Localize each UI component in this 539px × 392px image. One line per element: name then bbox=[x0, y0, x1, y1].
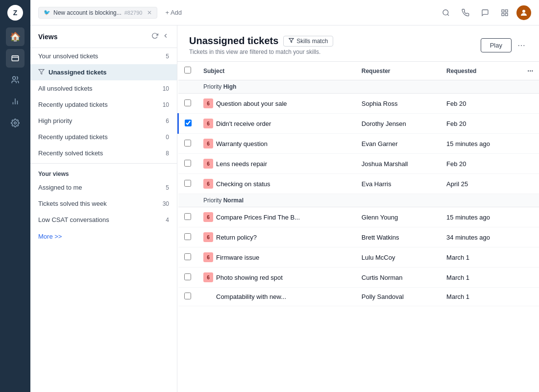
collapse-icon[interactable] bbox=[162, 32, 169, 41]
sidebar-label-assigned-to-me: Assigned to me bbox=[38, 184, 82, 191]
sidebar-count-recently-updated-1: 10 bbox=[163, 101, 169, 108]
row-checkbox[interactable] bbox=[184, 160, 191, 167]
table-row[interactable]: 6 Firmware issue Lulu McCoy March 1 bbox=[178, 247, 539, 268]
requested-cell: Feb 20 bbox=[441, 94, 521, 114]
row-checkbox[interactable] bbox=[184, 253, 191, 260]
table-row[interactable]: 6 Return policy? Brett Watkins 34 minute… bbox=[178, 227, 539, 247]
svg-rect-10 bbox=[505, 10, 508, 12]
sidebar-item-assigned-to-me[interactable]: Assigned to me 5 bbox=[30, 179, 177, 196]
sidebar-item-tickets-solved-week[interactable]: Tickets solved this week 30 bbox=[30, 196, 177, 212]
row-checkbox-cell[interactable] bbox=[178, 268, 198, 288]
more-link[interactable]: More >> bbox=[30, 228, 177, 245]
skills-match-label: Skills match bbox=[296, 38, 328, 45]
row-checkbox[interactable] bbox=[184, 140, 191, 147]
requester-cell: Brett Watkins bbox=[356, 227, 441, 247]
subject-cell: 6 Warranty question bbox=[197, 134, 356, 154]
nav-settings[interactable] bbox=[6, 114, 24, 132]
ticket-subject[interactable]: Lens needs repair bbox=[216, 160, 267, 168]
row-checkbox[interactable] bbox=[184, 99, 191, 106]
more-options-icon[interactable]: ⋯ bbox=[515, 39, 527, 52]
svg-line-8 bbox=[447, 14, 449, 16]
search-icon[interactable] bbox=[438, 5, 454, 21]
avatar[interactable] bbox=[516, 5, 531, 20]
content-area: Unassigned tickets Skills match Tickets … bbox=[177, 25, 539, 392]
table-row[interactable]: 6 Didn't receive order Dorothy Jensen Fe… bbox=[178, 114, 539, 134]
select-all-header[interactable] bbox=[178, 62, 198, 80]
grid-icon[interactable] bbox=[497, 5, 513, 21]
ticket-subject[interactable]: Didn't receive order bbox=[216, 120, 271, 127]
select-all-checkbox[interactable] bbox=[184, 67, 191, 74]
sidebar-label-your-unsolved: Your unsolved tickets bbox=[38, 52, 98, 60]
row-checkbox-cell[interactable] bbox=[178, 288, 198, 306]
play-button[interactable]: Play bbox=[481, 38, 512, 52]
add-button[interactable]: + Add bbox=[161, 7, 186, 18]
open-tab[interactable]: 🐦 New account is blocking... #82790 ✕ bbox=[38, 7, 157, 19]
sidebar-item-recently-updated-1[interactable]: Recently updated tickets 10 bbox=[30, 97, 177, 113]
nav-tickets[interactable] bbox=[6, 49, 24, 68]
row-checkbox-cell[interactable] bbox=[178, 174, 198, 194]
table-row[interactable]: 6 Checking on status Eva Harris April 25 bbox=[178, 174, 539, 194]
ticket-subject[interactable]: Warranty question bbox=[216, 140, 268, 147]
requester-cell: Joshua Marshall bbox=[356, 154, 441, 174]
row-checkbox[interactable] bbox=[184, 233, 191, 240]
filter-icon bbox=[38, 69, 45, 76]
nav-contacts[interactable] bbox=[6, 71, 24, 89]
ticket-subject[interactable]: Return policy? bbox=[216, 234, 257, 241]
refresh-icon[interactable] bbox=[151, 32, 158, 41]
svg-rect-12 bbox=[505, 13, 508, 16]
content-header-right: Play ⋯ bbox=[481, 38, 527, 52]
nav-reports[interactable] bbox=[6, 92, 24, 111]
ticket-subject[interactable]: Firmware issue bbox=[216, 254, 259, 261]
row-checkbox-cell[interactable] bbox=[178, 114, 198, 134]
skills-match-button[interactable]: Skills match bbox=[283, 36, 333, 47]
table-row[interactable]: 6 Compare Prices Find The B... Glenn You… bbox=[178, 207, 539, 227]
row-actions-cell bbox=[521, 94, 539, 114]
ticket-subject[interactable]: Checking on status bbox=[216, 180, 270, 188]
nav-home[interactable]: 🏠 bbox=[6, 27, 24, 46]
table-row[interactable]: 6 Warranty question Evan Garner 15 minut… bbox=[178, 134, 539, 154]
requested-cell: 34 minutes ago bbox=[441, 227, 521, 247]
icon-bar: Z 🏠 bbox=[0, 0, 30, 392]
sidebar-item-your-unsolved[interactable]: Your unsolved tickets 5 bbox=[30, 48, 177, 64]
row-actions-cell bbox=[521, 268, 539, 288]
ticket-subject[interactable]: Photo showing red spot bbox=[216, 274, 283, 281]
chat-icon[interactable] bbox=[477, 5, 493, 21]
table-row[interactable]: 6 Lens needs repair Joshua Marshall Feb … bbox=[178, 154, 539, 174]
requested-cell: Feb 20 bbox=[441, 154, 521, 174]
tab-close-icon[interactable]: ✕ bbox=[147, 9, 152, 16]
ticket-subject[interactable]: Compatability with new... bbox=[216, 293, 286, 300]
row-checkbox-cell[interactable] bbox=[178, 154, 198, 174]
phone-icon[interactable] bbox=[458, 5, 473, 21]
ticket-badge: 6 bbox=[203, 212, 213, 222]
table-row[interactable]: Compatability with new... Polly Sandoval… bbox=[178, 288, 539, 306]
requester-cell: Lulu McCoy bbox=[356, 247, 441, 268]
row-checkbox[interactable] bbox=[185, 120, 192, 126]
sidebar-divider bbox=[30, 163, 177, 164]
row-checkbox[interactable] bbox=[184, 273, 191, 280]
sidebar-label-all-unsolved: All unsolved tickets bbox=[38, 85, 93, 92]
ticket-subject[interactable]: Compare Prices Find The B... bbox=[216, 214, 300, 221]
row-checkbox-cell[interactable] bbox=[178, 207, 198, 227]
sidebar-item-all-unsolved[interactable]: All unsolved tickets 10 bbox=[30, 80, 177, 97]
sidebar-item-unassigned[interactable]: Unassigned tickets bbox=[30, 64, 177, 80]
row-checkbox-cell[interactable] bbox=[178, 227, 198, 247]
row-checkbox-cell[interactable] bbox=[178, 94, 198, 114]
ticket-subject[interactable]: Question about your sale bbox=[216, 100, 287, 107]
sidebar-item-recently-solved[interactable]: Recently solved tickets 8 bbox=[30, 145, 177, 161]
table-row[interactable]: 6 Question about your sale Sophia Ross F… bbox=[178, 94, 539, 114]
sidebar: Views Your unsolved tickets 5 Unas bbox=[30, 25, 177, 392]
row-checkbox-cell[interactable] bbox=[178, 134, 198, 154]
requester-header: Requester bbox=[356, 62, 441, 80]
row-checkbox[interactable] bbox=[184, 293, 191, 299]
sidebar-item-recently-updated-2[interactable]: Recently updated tickets 0 bbox=[30, 129, 177, 145]
requester-cell: Polly Sandoval bbox=[356, 288, 441, 306]
sidebar-item-low-csat[interactable]: Low CSAT conversations 4 bbox=[30, 212, 177, 228]
row-checkbox[interactable] bbox=[184, 180, 191, 187]
table-row[interactable]: 6 Photo showing red spot Curtis Norman M… bbox=[178, 268, 539, 288]
row-checkbox[interactable] bbox=[184, 213, 191, 220]
column-options-icon[interactable]: ⋯ bbox=[527, 68, 533, 74]
row-actions-cell bbox=[521, 114, 539, 134]
row-checkbox-cell[interactable] bbox=[178, 247, 198, 268]
row-actions-cell bbox=[521, 207, 539, 227]
sidebar-item-high-priority[interactable]: High priority 6 bbox=[30, 113, 177, 129]
